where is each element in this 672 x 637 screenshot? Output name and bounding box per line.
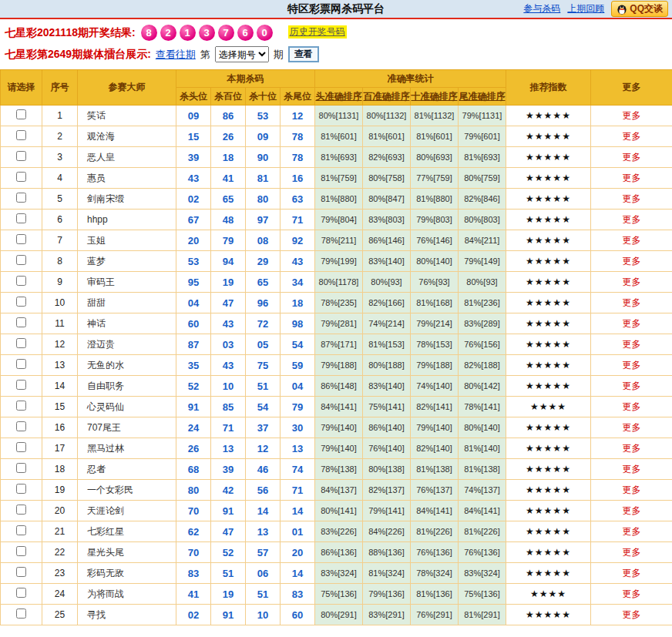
accuracy-value: 76%[93] bbox=[411, 272, 459, 293]
kill-value: 37 bbox=[246, 417, 281, 438]
table-row: 19 一个女彩民 80 42 56 71 84%[137] 82%[137] 7… bbox=[1, 480, 672, 501]
more-cell: 更多 bbox=[591, 563, 672, 584]
result-ball: 6 bbox=[237, 25, 254, 41]
row-checkbox[interactable] bbox=[16, 297, 26, 307]
kill-value: 04 bbox=[281, 376, 315, 397]
more-link[interactable]: 更多 bbox=[623, 339, 641, 350]
more-link[interactable]: 更多 bbox=[623, 152, 641, 163]
more-link[interactable]: 更多 bbox=[623, 297, 641, 308]
more-link[interactable]: 更多 bbox=[623, 464, 641, 474]
more-cell: 更多 bbox=[591, 397, 672, 417]
row-index: 19 bbox=[42, 480, 78, 501]
more-link[interactable]: 更多 bbox=[623, 484, 641, 495]
more-link[interactable]: 更多 bbox=[623, 401, 641, 412]
row-checkbox[interactable] bbox=[16, 130, 26, 140]
row-checkbox[interactable] bbox=[16, 359, 26, 369]
kill-value: 68 bbox=[176, 459, 211, 480]
more-link[interactable]: 更多 bbox=[623, 588, 641, 599]
kill-value: 26 bbox=[176, 438, 211, 459]
more-link[interactable]: 更多 bbox=[623, 173, 641, 183]
select-cell bbox=[1, 126, 42, 147]
accuracy-value: 84%[141] bbox=[411, 501, 459, 521]
row-checkbox[interactable] bbox=[16, 484, 26, 494]
view-button[interactable]: 查看 bbox=[288, 46, 319, 62]
more-link[interactable]: 更多 bbox=[623, 568, 641, 578]
row-checkbox[interactable] bbox=[16, 588, 26, 598]
row-checkbox[interactable] bbox=[16, 546, 26, 556]
star-rating: ★★★★★ bbox=[506, 605, 591, 625]
more-link[interactable]: 更多 bbox=[623, 193, 641, 204]
accuracy-value: 79%[214] bbox=[411, 313, 459, 334]
join-kill-link[interactable]: 参与杀码 bbox=[523, 2, 560, 15]
kill-value: 24 bbox=[176, 417, 211, 438]
more-link[interactable]: 更多 bbox=[623, 443, 641, 454]
row-checkbox[interactable] bbox=[16, 276, 26, 286]
more-link[interactable]: 更多 bbox=[623, 110, 641, 121]
star-rating: ★★★★★ bbox=[506, 521, 591, 542]
kill-value: 85 bbox=[211, 397, 246, 417]
row-checkbox[interactable] bbox=[16, 317, 26, 327]
sort-accuracy-head[interactable]: 头准确排序 bbox=[315, 88, 363, 106]
table-row: 6 hhpp 67 48 97 71 79%[804] 83%[803] 79%… bbox=[1, 210, 672, 230]
row-checkbox[interactable] bbox=[16, 505, 26, 515]
more-link[interactable]: 更多 bbox=[623, 609, 641, 620]
more-link[interactable]: 更多 bbox=[623, 256, 641, 267]
row-checkbox[interactable] bbox=[16, 255, 26, 265]
kill-value: 12 bbox=[246, 438, 281, 459]
more-link[interactable]: 更多 bbox=[623, 318, 641, 329]
row-checkbox[interactable] bbox=[16, 213, 26, 223]
row-checkbox[interactable] bbox=[16, 338, 26, 348]
accuracy-value: 78%[141] bbox=[459, 397, 506, 417]
more-link[interactable]: 更多 bbox=[623, 360, 641, 370]
row-checkbox[interactable] bbox=[16, 609, 26, 619]
more-link[interactable]: 更多 bbox=[623, 526, 641, 537]
more-link[interactable]: 更多 bbox=[623, 547, 641, 558]
view-past-link[interactable]: 查看往期 bbox=[156, 48, 196, 62]
row-checkbox[interactable] bbox=[16, 193, 26, 203]
row-index: 8 bbox=[42, 251, 78, 272]
row-checkbox[interactable] bbox=[16, 109, 26, 119]
row-checkbox[interactable] bbox=[16, 421, 26, 431]
last-review-link[interactable]: 上期回顾 bbox=[567, 2, 604, 15]
sort-accuracy-ten[interactable]: 十准确排序 bbox=[411, 88, 459, 106]
row-checkbox[interactable] bbox=[16, 234, 26, 244]
kill-value: 43 bbox=[281, 251, 315, 272]
accuracy-value: 78%[138] bbox=[315, 459, 363, 480]
sort-accuracy-tail[interactable]: 尾准确排序 bbox=[459, 88, 506, 106]
row-checkbox[interactable] bbox=[16, 380, 26, 390]
master-name: 玉姐 bbox=[78, 230, 176, 251]
header-more: 更多 bbox=[591, 70, 672, 106]
more-link[interactable]: 更多 bbox=[623, 235, 641, 246]
row-checkbox[interactable] bbox=[16, 151, 26, 161]
row-checkbox[interactable] bbox=[16, 172, 26, 182]
kill-value: 20 bbox=[176, 230, 211, 251]
sort-accuracy-hundred[interactable]: 百准确排序 bbox=[363, 88, 411, 106]
kill-value: 53 bbox=[176, 251, 211, 272]
qq-chat-button[interactable]: QQ交谈 bbox=[611, 1, 668, 17]
row-checkbox[interactable] bbox=[16, 401, 26, 411]
more-link[interactable]: 更多 bbox=[623, 277, 641, 287]
qq-chat-label: QQ交谈 bbox=[630, 2, 663, 15]
row-checkbox[interactable] bbox=[16, 463, 26, 473]
accuracy-value: 84%[141] bbox=[459, 501, 506, 521]
more-cell: 更多 bbox=[591, 501, 672, 521]
more-link[interactable]: 更多 bbox=[623, 505, 641, 516]
table-row: 8 蓝梦 53 94 29 43 79%[199] 83%[140] 80%[1… bbox=[1, 251, 672, 272]
period-select[interactable]: 选择期号 bbox=[215, 46, 269, 62]
row-checkbox[interactable] bbox=[16, 567, 26, 577]
history-numbers-link[interactable]: 历史开奖号码 bbox=[288, 25, 347, 39]
star-rating: ★★★★★ bbox=[506, 293, 591, 313]
accuracy-value: 80%[141] bbox=[315, 501, 363, 521]
row-index: 15 bbox=[42, 397, 78, 417]
more-link[interactable]: 更多 bbox=[623, 381, 641, 391]
row-checkbox[interactable] bbox=[16, 525, 26, 535]
kill-value: 83 bbox=[176, 563, 211, 584]
row-checkbox[interactable] bbox=[16, 442, 26, 452]
more-link[interactable]: 更多 bbox=[623, 422, 641, 433]
master-name: 恶人皇 bbox=[78, 147, 176, 168]
more-link[interactable]: 更多 bbox=[623, 131, 641, 142]
more-link[interactable]: 更多 bbox=[623, 214, 641, 225]
more-cell: 更多 bbox=[591, 126, 672, 147]
master-name: 彩码无敌 bbox=[78, 563, 176, 584]
kill-value: 51 bbox=[211, 563, 246, 584]
